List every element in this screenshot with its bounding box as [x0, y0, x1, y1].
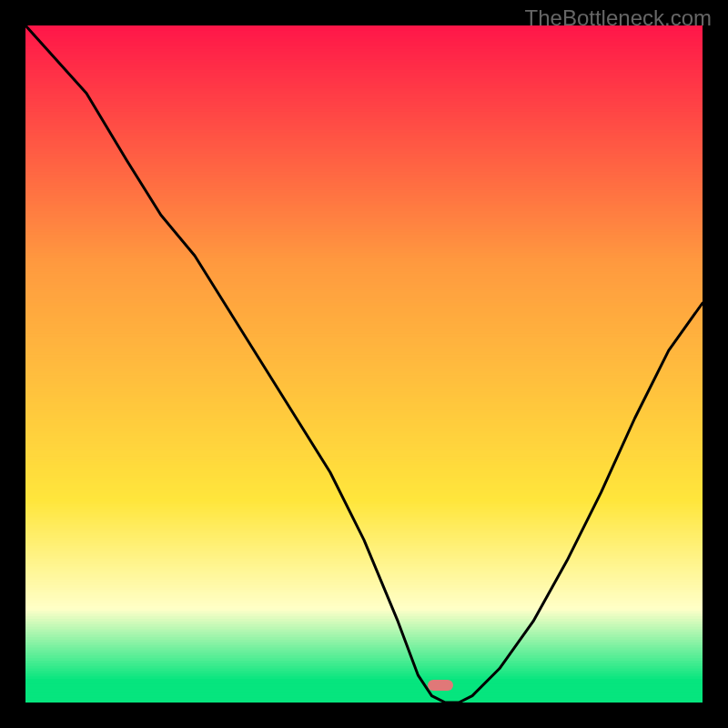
plot-area [25, 25, 703, 703]
chart-svg [25, 25, 703, 703]
minimum-marker [428, 680, 453, 691]
chart-frame: TheBottleneck.com [0, 0, 728, 728]
svg-rect-259 [25, 700, 703, 703]
gradient-background [25, 25, 703, 703]
watermark-text: TheBottleneck.com [525, 5, 712, 31]
